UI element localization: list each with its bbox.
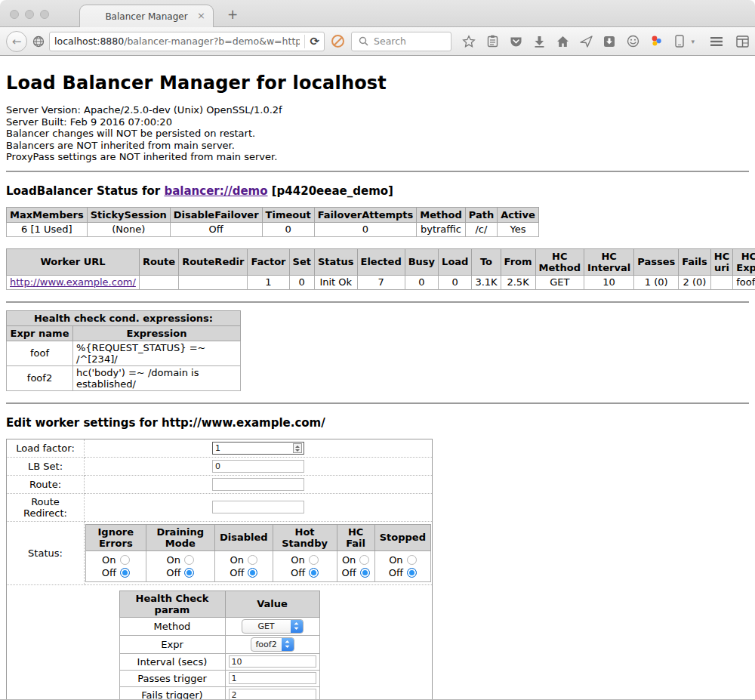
pocket-icon[interactable] [509,35,522,48]
draining-mode-off-radio[interactable] [184,568,194,578]
zoom-window-button[interactable] [40,10,49,19]
health-check-param-table: Health Check param Value Method GET [119,591,320,700]
col-hc-expr: HC Expr [733,248,755,275]
draining-mode-on-radio[interactable] [184,555,194,565]
col-stickysession: StickySession [87,207,170,222]
cell-to: 3.1K [472,275,501,289]
col-failoverattempts: FailoverAttempts [314,207,417,222]
off-label: Off [102,567,116,578]
emoji-extension-icon[interactable] [626,35,639,48]
col-status: Status [314,248,357,275]
col-route: Route [139,248,178,275]
hc-fail-on-radio[interactable] [359,555,369,565]
overflow-caret-icon[interactable]: ▾ [691,38,695,45]
close-window-button[interactable] [10,10,19,19]
balancer-demo-link[interactable]: balancer://demo [164,184,267,198]
cell-method: bytraffic [417,222,465,236]
method-row: Method GET [119,617,319,635]
search-icon [356,35,370,48]
table-header-row: Worker URL Route RouteRedir Factor Set S… [7,248,755,275]
col-disabled: Disabled [214,524,273,550]
hot-standby-off-radio[interactable] [309,568,319,578]
search-input[interactable] [374,35,445,47]
disabled-off-radio[interactable] [248,568,257,578]
route-redirect-input[interactable] [212,501,304,513]
loadbalancer-status-heading: LoadBalancer Status for balancer://demo … [6,184,749,198]
divider [6,171,749,172]
cell-fails: 2 (0) [679,275,711,289]
disabled-on-radio[interactable] [248,555,257,565]
col-hc-method: HC Method [535,248,584,275]
minimize-window-button[interactable] [25,10,34,19]
url-text: localhost:8880/balancer-manager?b=demo&w… [54,35,300,47]
hc-fail-off-radio[interactable] [360,568,370,578]
color-dots-extension-icon[interactable] [649,35,663,48]
downloads-icon[interactable] [532,35,546,48]
method-select[interactable]: GET [242,619,304,634]
back-button[interactable]: ← [6,31,27,52]
expr-select[interactable]: foof2 [251,637,294,652]
cell-maxmembers: 6 [1 Used] [7,222,88,236]
route-redirect-label: Route Redirect: [7,493,85,521]
on-label: On [230,554,244,566]
sidebar-grid-icon[interactable] [735,35,749,48]
number-stepper-icon[interactable] [293,443,302,453]
tab-title: Balancer Manager [105,11,187,22]
search-bar[interactable] [351,32,451,51]
col-timeout: Timeout [262,207,314,222]
url-domain: localhost:8880 [54,35,124,47]
col-elected: Elected [357,248,405,275]
cell-active: Yes [498,222,539,236]
on-label: On [342,554,356,566]
cell-from: 2.5K [501,275,535,289]
balancers-note-line: Balancers are NOT inherited from main se… [6,140,749,152]
status-options-table: Ignore Errors Draining Mode Disabled Hot… [85,524,431,582]
col-fails: Fails [679,248,711,275]
download-helper-icon[interactable] [602,35,616,48]
table-row: foof %{REQUEST_STATUS} =~ /^[234]/ [7,341,241,365]
off-label: Off [389,567,403,578]
route-input[interactable] [212,478,304,491]
stopped-off-radio[interactable] [407,568,417,578]
table-header-row: Expr name Expression [7,325,241,341]
col-factor: Factor [248,248,289,275]
method-select-value: GET [242,621,291,631]
cell-hc-method: GET [535,275,584,289]
ignore-errors-off-radio[interactable] [120,568,130,578]
home-icon[interactable] [556,35,569,48]
cell-expression: %{REQUEST_STATUS} =~ /^[234]/ [73,341,241,365]
method-label: Method [119,617,225,635]
device-extension-icon[interactable] [673,35,686,48]
fails-input[interactable] [229,689,316,700]
tab-balancer-manager[interactable]: Balancer Manager × [79,5,214,27]
hot-standby-on-radio[interactable] [309,555,319,565]
cell-elected: 7 [357,275,405,289]
load-factor-input[interactable] [212,442,304,455]
adblock-icon[interactable] [331,35,344,48]
reading-list-icon[interactable] [485,35,499,48]
new-tab-button[interactable]: + [227,7,238,22]
cell-expression: hc('body') =~ /domain is established/ [73,365,241,390]
tab-close-icon[interactable]: × [197,11,205,20]
interval-input[interactable] [229,655,316,668]
url-bar[interactable]: localhost:8880/balancer-manager?b=demo&w… [49,32,325,51]
expr-label: Expr [119,635,225,653]
lb-set-input[interactable] [212,460,304,473]
hamburger-menu-icon[interactable] [710,35,723,48]
passes-input[interactable] [229,672,316,684]
interval-row: Interval (secs) [119,653,319,670]
worker-url-link[interactable]: http://www.example.com/ [10,276,136,288]
stopped-on-radio[interactable] [407,555,417,565]
on-label: On [102,554,116,566]
table-row: foof2 hc('body') =~ /domain is establish… [7,365,241,390]
bookmark-star-icon[interactable] [462,35,476,48]
cell-passes: 1 (0) [634,275,679,289]
col-expr-name: Expr name [7,325,73,341]
url-path: /balancer-manager?b=demo&w=http://www.ex… [124,35,300,47]
cell-path: /c/ [465,222,497,236]
ignore-errors-on-radio[interactable] [120,555,130,565]
off-label: Off [230,567,244,578]
on-label: On [167,554,180,566]
reload-icon[interactable]: ⟳ [310,35,319,48]
send-tab-icon[interactable] [579,35,593,48]
